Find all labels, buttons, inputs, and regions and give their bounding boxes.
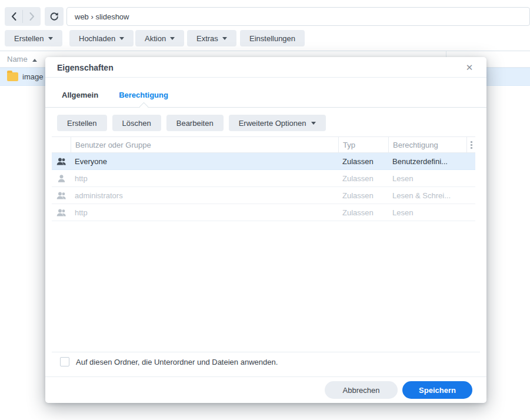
action-toolbar: Erstellen Hochladen Aktion Extras Einste… (0, 28, 530, 49)
user-icon (52, 174, 71, 183)
navigation-bar: web › slideshow (0, 0, 530, 28)
button-label: Hochladen (79, 34, 115, 43)
toolbar-button-erstellen[interactable]: Erstellen (5, 30, 62, 46)
permission-table: Benutzer oder Gruppe Typ Berechtigung Ev… (52, 136, 475, 221)
apply-recursive-label: Auf diesen Ordner, die Unterordner und D… (76, 358, 278, 366)
user-or-group-column-header[interactable]: Benutzer oder Gruppe (71, 137, 338, 152)
group-icon (52, 157, 71, 166)
row-name: http (71, 174, 338, 183)
history-nav (5, 7, 41, 26)
group-icon (52, 208, 71, 217)
column-options-cell (466, 137, 475, 152)
file-station-window: web › slideshow Erstellen Hochladen Akti… (0, 0, 530, 420)
file-name: image (22, 72, 43, 81)
button-label: Aktion (145, 34, 166, 43)
berechtigung-column-header[interactable]: Berechtigung (388, 137, 466, 152)
button-label: Erstellen (67, 119, 97, 128)
row-permission: Lesen (388, 174, 466, 183)
apply-recursive-row: Auf diesen Ordner, die Unterordner und D… (60, 357, 278, 366)
typ-column-header[interactable]: Typ (338, 137, 388, 152)
group-icon (52, 191, 71, 200)
button-label: Speichern (419, 386, 456, 395)
row-name: Everyone (71, 157, 338, 166)
chevron-right-icon (29, 12, 35, 21)
chevron-left-icon (11, 12, 16, 21)
chevron-down-icon (48, 37, 53, 40)
row-name: http (71, 208, 338, 217)
eigenschaften-dialog: Eigenschaften ✕ Allgemein Berechtigung E… (45, 57, 486, 403)
button-label: Löschen (122, 119, 151, 128)
refresh-icon (49, 12, 59, 21)
toolbar-button-einstellungen[interactable]: Einstellungen (240, 30, 305, 46)
chevron-down-icon (119, 37, 124, 40)
table-row-everyone[interactable]: Everyone Zulassen Benutzerdefini... (52, 153, 475, 170)
dialog-footer: Abbrechen Speichern (45, 381, 486, 399)
row-permission: Benutzerdefini... (388, 157, 466, 166)
permission-actions: Erstellen Löschen Bearbeiten Erweiterte … (57, 115, 326, 131)
row-typ: Zulassen (338, 174, 388, 183)
breadcrumb[interactable]: web › slideshow (66, 7, 530, 26)
forward-button[interactable] (23, 7, 41, 26)
tab-berechtigung[interactable]: Berechtigung (119, 91, 168, 102)
table-row-http-user[interactable]: http Zulassen Lesen (52, 170, 475, 187)
toolbar-button-aktion[interactable]: Aktion (135, 30, 184, 46)
footer-divider (45, 376, 486, 377)
button-label: Erstellen (14, 34, 44, 43)
row-name: administrators (71, 191, 338, 200)
button-label: Erweiterte Optionen (239, 119, 306, 128)
breadcrumb-path: web › slideshow (75, 12, 129, 21)
bearbeiten-button[interactable]: Bearbeiten (166, 115, 224, 131)
cancel-button[interactable]: Abbrechen (325, 381, 398, 399)
button-label: Bearbeiten (176, 119, 214, 128)
name-column-header[interactable]: Name (7, 55, 28, 64)
permission-table-header: Benutzer oder Gruppe Typ Berechtigung (52, 136, 475, 153)
sort-ascending-icon (32, 59, 37, 62)
close-icon[interactable]: ✕ (464, 62, 475, 73)
table-row-administrators[interactable]: administrators Zulassen Lesen & Schrei..… (52, 187, 475, 204)
row-typ: Zulassen (338, 191, 388, 200)
tab-allgemein[interactable]: Allgemein (62, 91, 98, 102)
row-typ: Zulassen (338, 208, 388, 217)
apply-recursive-checkbox[interactable] (60, 357, 69, 366)
button-label: Einstellungen (249, 34, 295, 43)
button-label: Extras (196, 34, 218, 43)
dialog-tabs: Allgemein Berechtigung (62, 91, 168, 102)
back-button[interactable] (5, 7, 22, 26)
button-label: Abbrechen (343, 386, 380, 395)
toolbar-button-hochladen[interactable]: Hochladen (69, 30, 134, 46)
active-tab-notch (139, 102, 149, 112)
erweiterte-optionen-button[interactable]: Erweiterte Optionen (229, 115, 326, 131)
folder-icon (7, 72, 18, 81)
row-typ: Zulassen (338, 157, 388, 166)
dialog-header: Eigenschaften ✕ (45, 57, 486, 78)
refresh-button[interactable] (45, 7, 64, 26)
dialog-title: Eigenschaften (57, 63, 114, 72)
tab-underline (45, 107, 486, 108)
loeschen-button[interactable]: Löschen (112, 115, 161, 131)
icon-column-header (52, 137, 71, 152)
erstellen-button[interactable]: Erstellen (57, 115, 107, 131)
table-bottom-border (52, 352, 480, 352)
chevron-down-icon (222, 37, 227, 40)
table-row-http-group[interactable]: http Zulassen Lesen (52, 204, 475, 221)
chevron-down-icon (170, 37, 175, 40)
row-permission: Lesen (388, 208, 466, 217)
column-settings-icon[interactable] (467, 141, 475, 149)
row-permission: Lesen & Schrei... (388, 191, 466, 200)
toolbar-button-extras[interactable]: Extras (187, 30, 236, 46)
chevron-down-icon (311, 122, 316, 125)
save-button[interactable]: Speichern (402, 381, 472, 399)
